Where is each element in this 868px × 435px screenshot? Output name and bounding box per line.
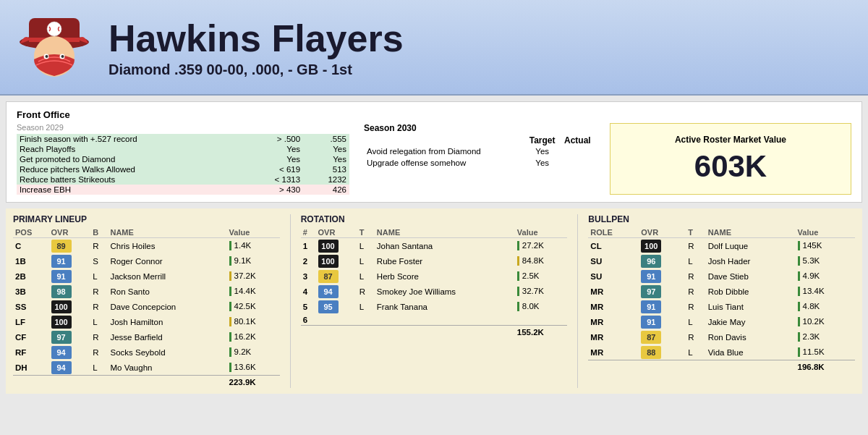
lineup-row: DH 94 L Mo Vaughn 13.6K <box>13 360 280 376</box>
lineup-row: C 89 R Chris Hoiles 1.4K <box>13 238 280 254</box>
player-name: Chris Hoiles <box>108 238 226 254</box>
player-value: 13.6K <box>227 360 280 376</box>
player-name: Roger Connor <box>108 253 226 269</box>
bp-ovr: 91 <box>639 269 686 284</box>
pitcher-value: 32.7K <box>515 284 568 299</box>
player-ovr: 91 <box>49 269 91 284</box>
bullpen-row: MR 91 R Luis Tiant 4.8K <box>588 299 855 314</box>
bp-value-header: Value <box>796 227 855 238</box>
fo-goal-label: Reduce batters Strikeouts <box>17 174 244 185</box>
fo-goal-label: Get promoted to Diamond <box>17 154 244 164</box>
team-name: Hawkins Flayers <box>109 17 404 60</box>
rot-t-header: T <box>357 227 375 238</box>
player-pos: 2B <box>13 269 49 284</box>
bullpen-row: MR 88 L Vida Blue 11.5K <box>588 345 855 360</box>
fo-goal-target: > .500 <box>244 134 305 144</box>
fo-season-2030-label: Season 2030 <box>364 123 595 133</box>
pitcher-ovr: 95 <box>316 299 357 314</box>
fo-2030-goal-label: Upgrade offense somehow <box>364 157 525 169</box>
svg-point-8 <box>61 55 64 58</box>
fo-goal-actual: 1232 <box>305 174 349 185</box>
rotation-title: ROTATION <box>301 214 568 224</box>
player-value: 1.4K <box>227 238 280 254</box>
lineup-ovr-header: OVR <box>49 227 91 238</box>
player-pos: 1B <box>13 253 49 269</box>
pitcher-value: 27.2K <box>515 238 568 254</box>
player-bats: R <box>90 345 108 360</box>
player-ovr: 94 <box>49 345 91 360</box>
lineup-row: 1B 91 S Roger Connor 9.1K <box>13 253 280 269</box>
fo-mid-goal-header <box>364 135 525 145</box>
svg-point-9 <box>47 22 61 36</box>
lineup-row: 2B 91 L Jackson Merrill 37.2K <box>13 269 280 284</box>
pitcher-throws: L <box>357 253 375 269</box>
bp-ovr-header: OVR <box>639 227 686 238</box>
bp-value: 145K <box>796 238 855 254</box>
rotation-row: 1 100 L Johan Santana 27.2K <box>301 238 568 254</box>
fo-goal-actual: .555 <box>305 134 349 144</box>
bp-name: Josh Hader <box>706 253 796 269</box>
bp-role: MR <box>588 284 639 299</box>
bp-ovr: 87 <box>639 329 686 345</box>
fo-goal-target: Yes <box>244 144 305 154</box>
pitcher-throws: L <box>357 299 375 314</box>
player-name: Jackson Merrill <box>108 269 226 284</box>
player-value: 42.5K <box>227 299 280 314</box>
pitcher-throws: R <box>357 284 375 299</box>
pitcher-num: 2 <box>301 253 316 269</box>
bullpen-row: SU 91 R Dave Stieb 4.9K <box>588 269 855 284</box>
bullpen-row: MR 87 R Ron Davis 2.3K <box>588 329 855 345</box>
rotation-panel: ROTATION # OVR T NAME Value 1 100 L Joha… <box>301 214 568 388</box>
player-name: Dave Concepcion <box>108 299 226 314</box>
pitcher-name: Herb Score <box>375 269 515 284</box>
player-ovr: 91 <box>49 253 91 269</box>
bp-value: 5.3K <box>796 253 855 269</box>
player-pos: RF <box>13 345 49 360</box>
fo-goal-target: < 619 <box>244 164 305 174</box>
pitcher-ovr: 100 <box>316 238 357 254</box>
bp-name: Jakie May <box>706 314 796 329</box>
bp-name: Vida Blue <box>706 345 796 360</box>
rotation-row: 2 100 L Rube Foster 84.8K <box>301 253 568 269</box>
rotation-row: 4 94 R Smokey Joe Williams 32.7K <box>301 284 568 299</box>
pitcher-value <box>515 314 568 326</box>
pitcher-num: 4 <box>301 284 316 299</box>
lineup-row: RF 94 R Socks Seybold 9.2K <box>13 345 280 360</box>
player-ovr: 89 <box>49 238 91 254</box>
player-pos: 3B <box>13 284 49 299</box>
bullpen-row: MR 91 L Jakie May 10.2K <box>588 314 855 329</box>
fo-2030-goal-target: Yes <box>525 157 560 169</box>
rmv-label: Active Roster Market Value <box>675 135 786 145</box>
player-pos: DH <box>13 360 49 376</box>
bp-throws: L <box>686 253 705 269</box>
bp-role: MR <box>588 345 639 360</box>
bullpen-row: CL 100 R Dolf Luque 145K <box>588 238 855 254</box>
player-ovr: 94 <box>49 360 91 376</box>
bp-ovr: 97 <box>639 284 686 299</box>
bullpen-row: MR 97 R Rob Dibble 13.4K <box>588 284 855 299</box>
lineup-pos-header: POS <box>13 227 49 238</box>
bp-value: 4.8K <box>796 299 855 314</box>
bp-name: Ron Davis <box>706 329 796 345</box>
fo-goal-label: Reach Playoffs <box>17 144 244 154</box>
bp-name: Dave Stieb <box>706 269 796 284</box>
rotation-row: 5 95 L Frank Tanana 8.0K <box>301 299 568 314</box>
player-bats: R <box>90 238 108 254</box>
pitcher-ovr <box>316 314 357 326</box>
lineup-value-header: Value <box>227 227 280 238</box>
rmv-value: 603K <box>694 149 767 184</box>
bp-value: 2.3K <box>796 329 855 345</box>
rot-ovr-header: OVR <box>316 227 357 238</box>
player-bats: S <box>90 253 108 269</box>
front-office-title: Front Office <box>17 109 851 120</box>
bp-throws: L <box>686 314 705 329</box>
player-name: Ron Santo <box>108 284 226 299</box>
main-stats: PRIMARY LINEUP POS OVR B NAME Value C 89… <box>6 208 862 394</box>
pitcher-name: Frank Tanana <box>375 299 515 314</box>
pitcher-num: 3 <box>301 269 316 284</box>
bp-role: MR <box>588 314 639 329</box>
pitcher-ovr: 100 <box>316 253 357 269</box>
player-bats: L <box>90 314 108 329</box>
pitcher-value: 8.0K <box>515 299 568 314</box>
lineup-table: POS OVR B NAME Value C 89 R Chris Hoiles… <box>13 227 280 388</box>
